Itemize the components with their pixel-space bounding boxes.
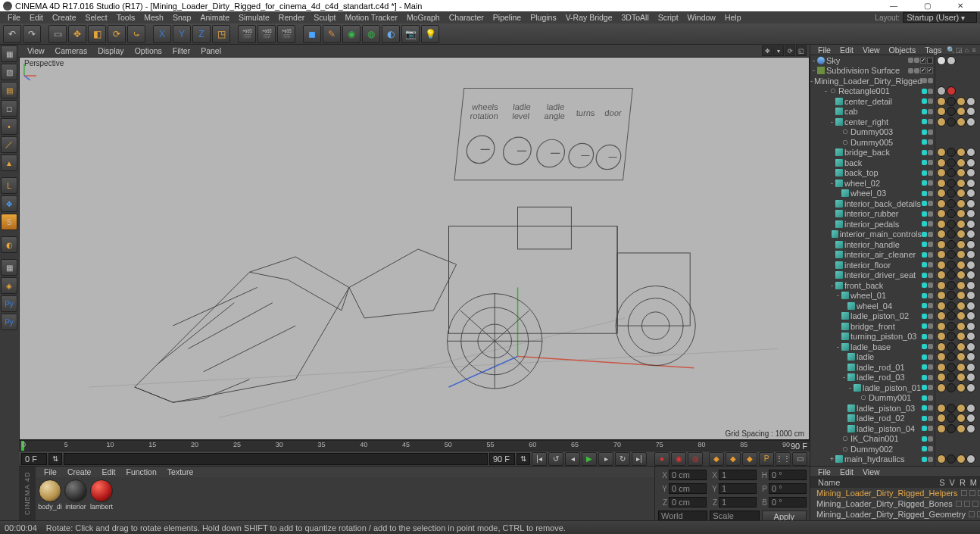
tag-chip[interactable] bbox=[947, 220, 956, 229]
objmgr-menu-file[interactable]: File bbox=[813, 45, 835, 55]
visibility-dot[interactable] bbox=[928, 375, 933, 380]
tag-chip[interactable] bbox=[966, 168, 975, 177]
tag-chip[interactable] bbox=[957, 270, 966, 279]
object-row[interactable]: ladle_rod_01 bbox=[810, 362, 935, 373]
visibility-dot[interactable] bbox=[928, 232, 933, 237]
material-menu-create[interactable]: Create bbox=[62, 467, 97, 476]
tag-chip[interactable] bbox=[957, 240, 966, 249]
visibility-dot[interactable] bbox=[928, 119, 933, 124]
tag-chip[interactable] bbox=[957, 209, 966, 218]
tag-chip[interactable] bbox=[947, 301, 956, 311]
add-light[interactable]: 💡 bbox=[421, 25, 439, 43]
render-settings[interactable]: 🎬 bbox=[277, 25, 295, 43]
scale-y[interactable]: 1 bbox=[719, 483, 757, 494]
tag-chip[interactable] bbox=[966, 158, 975, 167]
menu-window[interactable]: Window bbox=[683, 13, 720, 22]
step-fwd[interactable]: ▸ bbox=[598, 452, 613, 466]
mode-edge[interactable]: ／ bbox=[1, 136, 17, 153]
tag-chip[interactable] bbox=[957, 332, 966, 341]
scale-mode[interactable]: Scale bbox=[710, 511, 759, 521]
tag-chip[interactable] bbox=[957, 281, 966, 290]
menu-select[interactable]: Select bbox=[81, 13, 112, 22]
visibility-dot[interactable] bbox=[928, 273, 933, 278]
key-pos[interactable]: ◆ bbox=[709, 452, 724, 466]
tag-chip[interactable] bbox=[957, 383, 966, 392]
tag-chip[interactable] bbox=[957, 311, 966, 320]
move-tool[interactable]: ✥ bbox=[68, 25, 86, 43]
tag-chip[interactable] bbox=[937, 148, 946, 157]
object-name[interactable]: Dummy002 bbox=[850, 445, 893, 454]
visibility-dot[interactable] bbox=[928, 395, 933, 401]
object-row[interactable]: interior_handle bbox=[810, 239, 935, 250]
object-name[interactable]: ladle_piston_03 bbox=[857, 404, 915, 413]
tag-chip[interactable] bbox=[957, 97, 966, 106]
tag-chip[interactable] bbox=[937, 220, 946, 229]
menu-snap[interactable]: Snap bbox=[168, 13, 196, 22]
objmgr-toolbar-icon-0[interactable]: 🔍 bbox=[947, 45, 955, 55]
tree-disclosure[interactable]: - bbox=[822, 87, 829, 95]
visibility-dot[interactable] bbox=[928, 139, 933, 145]
viewport-solo[interactable]: ▦ bbox=[1, 259, 17, 276]
tag-chip[interactable] bbox=[947, 322, 956, 331]
tag-chip[interactable] bbox=[937, 332, 946, 341]
autokey[interactable]: ◉ bbox=[671, 452, 686, 466]
visibility-dot[interactable] bbox=[922, 457, 927, 462]
tag-chip[interactable] bbox=[937, 209, 946, 218]
visibility-dot[interactable] bbox=[922, 395, 927, 401]
tag-chip[interactable] bbox=[957, 148, 966, 157]
visibility-dot[interactable] bbox=[922, 293, 927, 298]
tag-chip[interactable] bbox=[966, 97, 975, 106]
tag-chip[interactable] bbox=[947, 209, 956, 218]
object-name[interactable]: interior_back_details bbox=[844, 199, 921, 208]
visibility-dot[interactable] bbox=[928, 344, 933, 349]
object-row[interactable]: ladle_piston_03 bbox=[810, 403, 935, 414]
object-row[interactable]: interior_main_controls bbox=[810, 230, 935, 240]
add-environment[interactable]: ◐ bbox=[382, 25, 400, 43]
visibility-dot[interactable] bbox=[922, 150, 927, 155]
visibility-dot[interactable] bbox=[922, 405, 927, 411]
object-row[interactable]: back_top bbox=[810, 168, 935, 179]
object-name[interactable]: Rectangle001 bbox=[838, 86, 890, 95]
tag-chip[interactable] bbox=[947, 199, 956, 208]
viewport-nav-icon-3[interactable]: ◱ bbox=[796, 45, 807, 56]
play[interactable]: ▶ bbox=[582, 452, 597, 466]
menu-help[interactable]: Help bbox=[720, 13, 746, 22]
tag-chip[interactable] bbox=[947, 363, 956, 372]
object-flag-checkbox[interactable] bbox=[927, 67, 933, 73]
object-row[interactable]: cab bbox=[810, 107, 935, 117]
visibility-dot[interactable] bbox=[928, 457, 933, 462]
tag-chip[interactable] bbox=[966, 352, 975, 361]
menu-sculpt[interactable]: Sculpt bbox=[309, 13, 340, 22]
tag-chip[interactable] bbox=[957, 414, 966, 423]
layer-row[interactable]: Mining_Loader_Dirty_Rigged_Helpers bbox=[810, 488, 980, 498]
tag-chip[interactable] bbox=[966, 311, 975, 320]
viewport-menu-options[interactable]: Options bbox=[130, 46, 167, 55]
tag-chip[interactable] bbox=[957, 117, 966, 126]
visibility-dot[interactable] bbox=[928, 303, 933, 308]
visibility-dot[interactable] bbox=[928, 385, 933, 390]
tag-chip[interactable] bbox=[957, 301, 966, 311]
tag-chip[interactable] bbox=[957, 179, 966, 188]
tag-chip[interactable] bbox=[957, 250, 966, 259]
object-name[interactable]: back bbox=[844, 158, 862, 167]
tree-disclosure[interactable]: - bbox=[835, 292, 841, 299]
visibility-dot[interactable] bbox=[914, 58, 919, 63]
objmgr-toolbar-icon-2[interactable]: ⌂ bbox=[963, 45, 969, 55]
tree-disclosure[interactable]: - bbox=[810, 57, 817, 64]
object-name[interactable]: interior_main_controls bbox=[840, 230, 922, 239]
tag-chip[interactable] bbox=[966, 107, 975, 116]
object-name[interactable]: cab bbox=[844, 107, 858, 116]
last-tool[interactable]: ⤿ bbox=[127, 25, 145, 43]
layer-name[interactable]: Mining_Loader_Dirty_Rigged_Geometry bbox=[816, 510, 966, 519]
material-manager[interactable]: body_diinteriorlambert bbox=[36, 477, 654, 520]
object-name[interactable]: interior_floor bbox=[844, 261, 891, 270]
tree-disclosure[interactable]: - bbox=[847, 384, 854, 392]
object-row[interactable]: -ladle_base bbox=[810, 342, 935, 352]
tag-chip[interactable] bbox=[937, 363, 946, 372]
visibility-dot[interactable] bbox=[928, 323, 933, 329]
visibility-dot[interactable] bbox=[928, 180, 933, 186]
object-manager-menu[interactable]: FileEditViewObjectsTags🔍◲⌂≡ bbox=[810, 45, 980, 55]
visibility-dot[interactable] bbox=[928, 405, 933, 411]
add-spline[interactable]: ✎ bbox=[323, 25, 341, 43]
rotate-tool[interactable]: ⟳ bbox=[108, 25, 126, 43]
